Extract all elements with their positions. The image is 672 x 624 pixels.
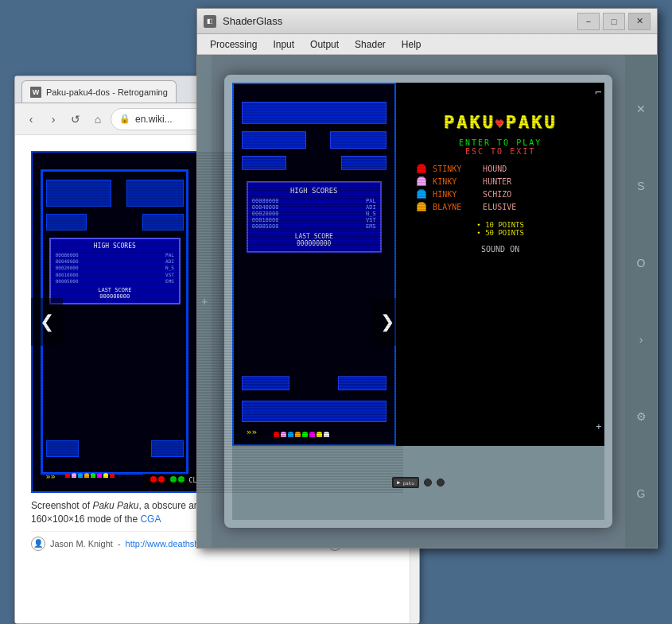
points-10: • 10 POINTS <box>476 221 524 229</box>
monitor-btn-1 <box>424 479 432 486</box>
right-symbol-gear[interactable]: ⚙ <box>636 410 647 423</box>
menu-output[interactable]: Output <box>304 37 345 52</box>
right-symbol-x[interactable]: ✕ <box>636 103 646 115</box>
hs-row-2: 00040000ADI <box>56 258 174 265</box>
right-strip: ✕ S O › ⚙ G <box>625 55 657 548</box>
forward-button[interactable]: › <box>44 110 63 129</box>
right-symbol-o[interactable]: O <box>637 257 646 269</box>
enter-play: ENTER TO PLAY <box>459 138 542 147</box>
back-button[interactable]: ‹ <box>21 110 41 129</box>
right-symbol-chevron[interactable]: › <box>639 333 643 346</box>
browser-tab[interactable]: W Paku-paku4-dos - Retrogaming <box>21 80 177 103</box>
dash: - <box>118 539 121 548</box>
refresh-button[interactable]: ↺ <box>66 110 85 129</box>
left-symbol-1: + <box>201 295 208 308</box>
left-strip: + <box>197 55 212 548</box>
monitor-screen: HIGH SCORES 00080000PAL 00040000ADI 0002… <box>232 83 605 446</box>
shaderglass-menubar: Processing Input Output Shader Help <box>197 34 657 55</box>
window-controls: − □ ✕ <box>577 13 651 30</box>
hs-row-1: 00080000PAL <box>56 252 174 258</box>
ghost-pink-icon <box>417 176 426 186</box>
attribution-name: Jason M. Knight <box>50 539 113 548</box>
cga-link[interactable]: CGA <box>140 514 161 525</box>
monitor-btn-2 <box>437 479 445 486</box>
ghost-hunter-alias: HUNTER <box>483 177 511 186</box>
ghost-blue-icon <box>417 189 426 199</box>
close-button[interactable]: ✕ <box>628 13 651 30</box>
points-50: • 50 POINTS <box>476 229 524 237</box>
right-symbol-s[interactable]: S <box>637 180 644 192</box>
paku-title-large: PAKU♥PAKU <box>444 112 557 132</box>
monitor-area: HIGH SCORES 00080000PAL 00040000ADI 0002… <box>212 55 625 548</box>
sound-on: SOUND ON <box>481 245 519 254</box>
url-text: en.wiki... <box>135 114 173 125</box>
hs-row-4: 00010000VST <box>56 272 174 278</box>
monitor-label: ▶ paku <box>392 477 419 488</box>
corner-top-right: ⌐ <box>595 86 601 99</box>
wikipedia-icon: W <box>30 87 41 98</box>
high-scores-box: HIGH SCORES 00080000PAL 00040000ADI 0002… <box>49 238 181 305</box>
last-score: LAST SCORE000000000 <box>56 287 174 300</box>
menu-processing[interactable]: Processing <box>204 37 263 52</box>
shaderglass-title: ShaderGlass <box>223 15 282 27</box>
esc-exit: ESC TO EXIT <box>465 147 535 156</box>
shaderglass-window: ◧ ShaderGlass − □ ✕ Processing Input Out… <box>196 8 658 548</box>
title-left: ◧ ShaderGlass <box>204 15 282 28</box>
maze-panel: HIGH SCORES 00080000PAL 00040000ADI 0002… <box>232 83 396 446</box>
shaderglass-app-icon: ◧ <box>204 15 216 28</box>
monitor-bottom-bezel: ▶ paku <box>232 446 605 521</box>
ghost-blayne-name: BLAYNE <box>433 203 476 211</box>
monitor-bezel: HIGH SCORES 00080000PAL 00040000ADI 0002… <box>224 75 613 528</box>
ghosts-grid: STINKY HOUND KINKY HUNTER <box>396 164 516 211</box>
ghost-stinky-name: STINKY <box>433 165 476 173</box>
person-icon: 👤 <box>31 537 45 551</box>
game-in-monitor: HIGH SCORES 00080000PAL 00040000ADI 0002… <box>232 83 605 446</box>
ghost-row-hinky: HINKY SCHIZO <box>417 189 516 199</box>
ghost-schizo-alias: SCHIZO <box>483 190 511 199</box>
maximize-button[interactable]: □ <box>603 13 625 30</box>
menu-input[interactable]: Input <box>266 37 301 52</box>
tab-title: Paku-paku4-dos - Retrogaming <box>46 87 168 97</box>
prev-arrow-button[interactable]: ❮ <box>31 298 63 346</box>
hs-row-3: 00020000N_S <box>56 265 174 271</box>
ghost-hound-alias: HOUND <box>483 165 507 173</box>
home-button[interactable]: ⌂ <box>88 110 107 129</box>
shaderglass-content: + ✕ S O › ⚙ G <box>197 55 657 548</box>
ghost-elusive-alias: ELUSIVE <box>483 203 516 211</box>
monitor-controls: ▶ paku <box>392 477 445 488</box>
minimize-button[interactable]: − <box>577 13 600 30</box>
shaderglass-titlebar: ◧ ShaderGlass − □ ✕ <box>197 9 657 34</box>
menu-help[interactable]: Help <box>395 37 428 52</box>
ghost-row-stinky: STINKY HOUND <box>417 164 516 173</box>
ghost-red-icon <box>417 164 426 173</box>
hs-row-5: 00005000EMS <box>56 278 174 285</box>
ghost-hinky-name: HINKY <box>433 190 476 199</box>
ghost-row-blayne: BLAYNE ELUSIVE <box>417 202 516 211</box>
title-screen-panel: PAKU♥PAKU ENTER TO PLAY ESC TO EXIT STIN… <box>396 83 605 446</box>
next-arrow-button[interactable]: ❯ <box>371 298 403 346</box>
ghost-kinky-name: KINKY <box>433 177 476 186</box>
corner-bottom-right: + <box>596 421 601 432</box>
hs-panel: HIGH SCORES 00080000PAL 00040000ADI 0002… <box>247 181 382 253</box>
menu-shader[interactable]: Shader <box>348 37 392 52</box>
ghost-orange-icon <box>417 202 426 211</box>
ghost-row-kinky: KINKY HUNTER <box>417 176 516 186</box>
right-symbol-g[interactable]: G <box>637 487 646 500</box>
lock-icon: 🔒 <box>119 114 130 124</box>
high-scores-title: HIGH SCORES <box>56 242 174 250</box>
